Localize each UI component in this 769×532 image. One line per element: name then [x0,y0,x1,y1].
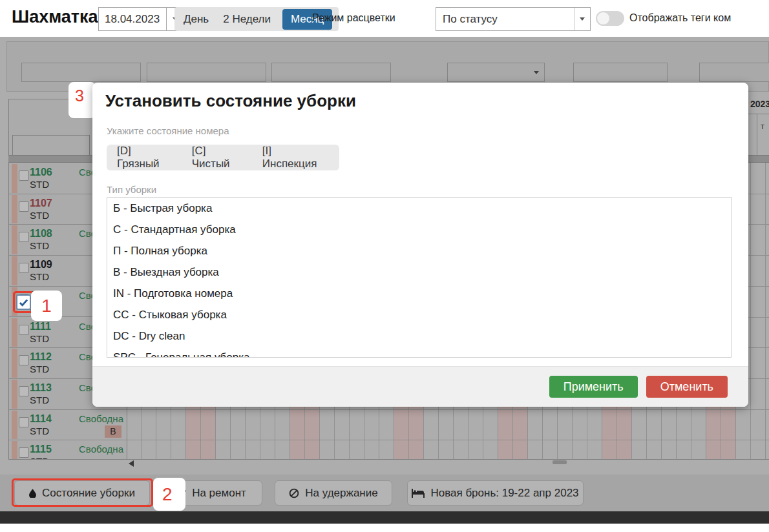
set-cleaning-state-modal: Установить состояние уборки Укажите сост… [92,83,748,407]
chessboard-app: Шахматка 18.04.2023 День 2 Недели Месяц … [0,0,769,532]
annotation-button-outline [12,478,153,507]
annotation-step-2: 2 [153,478,185,511]
bottom-white-strip [0,524,769,532]
toggle-knob [597,12,609,25]
color-mode-select[interactable]: По статусу [436,7,591,31]
date-input[interactable]: 18.04.2023 [98,7,167,31]
cleaning-type-list: Б - Быстрая уборка С - Стандартная уборк… [107,197,732,358]
modal-footer: Применить Отменить [92,366,748,407]
list-item[interactable]: Б - Быстрая уборка [107,198,731,219]
page-title: Шахматка [12,7,98,27]
color-mode-label: Режим расцветки [312,12,395,24]
cleaning-type-label: Тип уборки [107,184,156,195]
chevron-down-icon[interactable] [574,8,590,30]
list-item[interactable]: SPC - Генеральная уборка [107,347,731,358]
top-header: Шахматка 18.04.2023 День 2 Недели Месяц … [0,0,769,37]
list-item[interactable]: DC - Dry clean [107,325,731,347]
show-tags-label: Отображать теги ком [629,12,731,24]
room-state-label: Укажите состояние номера [107,125,229,136]
list-item[interactable]: С - Стандартная уборка [107,219,731,240]
cancel-button[interactable]: Отменить [646,376,728,398]
tab-two-weeks[interactable]: 2 Недели [223,13,271,26]
state-option-clean[interactable]: [C] Чистый [192,145,247,170]
apply-button[interactable]: Применить [549,376,638,398]
list-item[interactable]: В - Выездная уборка [107,261,731,283]
room-1110-checkbox-checked[interactable] [16,294,31,310]
tab-day[interactable]: День [184,13,209,26]
list-item[interactable]: СС - Стыковая уборка [107,304,731,325]
annotation-step-3: 3 [68,82,96,118]
annotation-step-1: 1 [31,291,62,321]
check-icon [19,298,28,307]
room-state-options: [D] Грязный [C] Чистый [I] Инспекция [107,145,339,170]
state-option-inspection[interactable]: [I] Инспекция [262,145,329,170]
list-item[interactable]: IN - Подготовка номера [107,283,731,304]
state-option-dirty[interactable]: [D] Грязный [117,145,176,170]
show-tags-toggle[interactable] [596,11,624,26]
modal-title: Установить состояние уборки [105,91,356,111]
list-item[interactable]: П - Полная уборка [107,240,731,261]
